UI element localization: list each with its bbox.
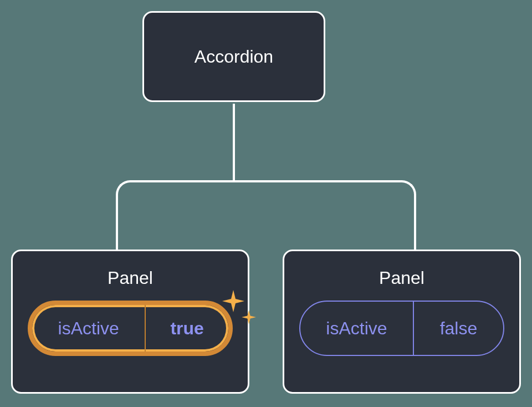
connector-vertical-left [116, 195, 118, 250]
prop-key-left: isActive [32, 305, 146, 352]
panel-right-label: Panel [284, 268, 519, 288]
connector-vertical-right [414, 195, 416, 250]
prop-value-right: false [414, 302, 503, 355]
connector-horizontal [130, 180, 402, 182]
connector-corner-left [116, 180, 132, 197]
root-label: Accordion [195, 47, 273, 67]
sparkle-icon [242, 310, 256, 324]
panel-left-label: Panel [13, 268, 248, 288]
panel-node-left: Panel isActive true [11, 250, 249, 394]
panel-node-right: Panel isActive false [283, 250, 521, 394]
root-node-accordion: Accordion [142, 11, 325, 102]
prop-pill-left: isActive true [28, 301, 233, 356]
prop-pill-right: isActive false [299, 301, 504, 356]
prop-key-right: isActive [300, 302, 414, 355]
connector-vertical-root [233, 104, 235, 181]
prop-value-left: true [146, 305, 228, 352]
